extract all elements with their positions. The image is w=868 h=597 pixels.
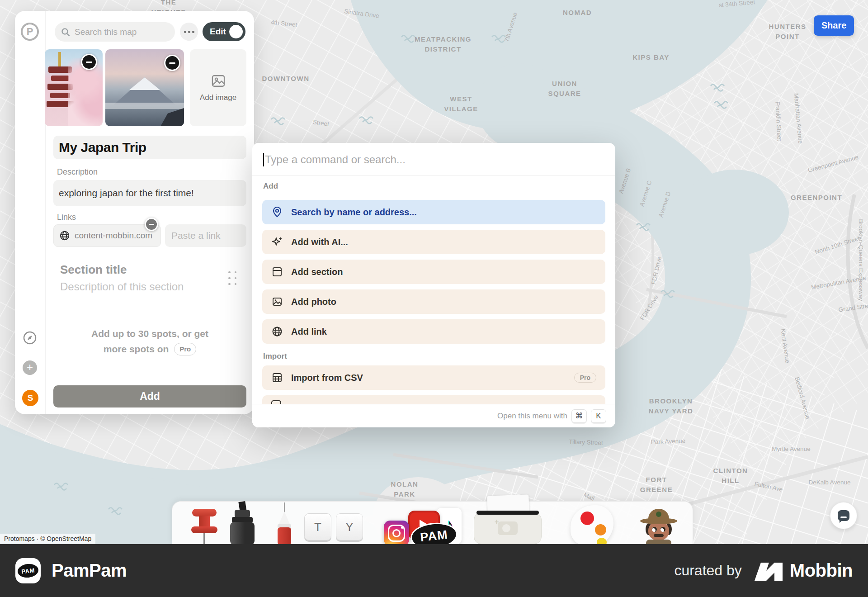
edit-toggle[interactable]: Edit — [203, 22, 245, 41]
map-attribution: Protomaps · © OpenStreetMap — [0, 534, 95, 544]
ranger-mustache — [654, 534, 664, 537]
foreground-roof — [160, 107, 184, 126]
ranger-eye-left — [652, 527, 657, 532]
paint-palette-icon[interactable] — [571, 505, 613, 547]
search-map-input[interactable]: Search this map — [55, 22, 175, 42]
map-street-label: Brooklyn-Queens Expressway — [858, 219, 864, 301]
command-palette: Type a command or search... Add Search b… — [252, 143, 615, 427]
link-chip[interactable]: content-mobbin.com — [53, 224, 161, 247]
palette-footer-text: Open this menu with — [497, 412, 567, 421]
section-description-input[interactable]: Description of this section — [60, 280, 184, 293]
remove-photo-button[interactable] — [164, 55, 180, 71]
map-title-text: My Japan Trip — [59, 140, 146, 155]
pro-badge[interactable]: Pro — [174, 343, 196, 355]
map-title-input[interactable]: My Japan Trip — [53, 136, 246, 159]
add-button[interactable]: Add — [53, 385, 246, 407]
palette-item-label: Search by name or address... — [291, 207, 417, 218]
drag-handle-icon[interactable] — [227, 270, 237, 286]
instagram-icon[interactable] — [384, 521, 409, 546]
remove-photo-button[interactable] — [81, 54, 97, 70]
command-input-placeholder: Type a command or search... — [265, 153, 406, 166]
palette-item-add-with-ai[interactable]: Add with AI... — [262, 230, 605, 254]
map-street-label: Tillary Street — [569, 438, 603, 446]
printer-plus-glyph: + — [495, 518, 500, 523]
ellipsis-icon — [184, 31, 194, 33]
map-editor-panel: P + S Search this map Edit Add image — [15, 11, 254, 414]
pagoda-roof — [50, 93, 70, 98]
palette-item-label: Add with AI... — [291, 237, 348, 247]
globe-icon — [271, 326, 283, 337]
map-district-label: UNION SQUARE — [548, 79, 581, 99]
keycap-t-label: T — [314, 520, 321, 534]
map-pin-icon — [271, 206, 283, 218]
section-layout-icon — [271, 266, 283, 278]
command-input[interactable]: Type a command or search... — [263, 153, 406, 166]
remove-link-button[interactable] — [145, 218, 158, 231]
search-icon — [61, 28, 70, 37]
printer-camera-lens — [502, 524, 510, 532]
ranger-face — [648, 521, 669, 540]
links-label: Links — [57, 213, 76, 222]
marker-icon[interactable] — [227, 502, 256, 545]
pushpin-icon[interactable] — [189, 504, 220, 545]
minus-icon — [169, 62, 175, 64]
palette-item-import-csv[interactable]: Import from CSV Pro — [262, 365, 605, 390]
spots-hint-line1: Add up to 30 spots, or get — [53, 326, 246, 341]
user-avatar[interactable]: S — [22, 390, 38, 406]
share-button[interactable]: Share — [814, 15, 854, 36]
paint-red-dot — [580, 512, 594, 525]
keycap-y-icon[interactable]: Y — [336, 513, 363, 540]
minus-icon — [149, 224, 154, 225]
pen-icon[interactable] — [273, 502, 296, 545]
keycap-t-icon[interactable]: T — [304, 513, 331, 540]
palette-item-label: Add link — [291, 327, 327, 337]
description-label: Description — [57, 167, 98, 177]
paste-link-placeholder: Paste a link — [171, 230, 221, 241]
spots-hint-line2: more spots on — [104, 344, 169, 354]
pro-badge: Pro — [574, 373, 596, 383]
paste-link-input[interactable]: Paste a link — [165, 224, 246, 247]
curated-by-text: curated by — [674, 562, 741, 579]
map-street-label: Park Avenue — [651, 437, 686, 445]
map-district-label: HUNTERS POINT — [769, 22, 806, 42]
ranger-eye-right — [660, 527, 665, 532]
map-district-label: MEATPACKING DISTRICT — [415, 34, 472, 54]
command-key: ⌘ — [571, 409, 587, 423]
map-district-label: WEST VILLAGE — [444, 94, 478, 114]
map-district-label: NOLAN PARK — [391, 479, 419, 499]
add-image-label: Add image — [200, 93, 236, 102]
map-district-label: GREENPOINT — [791, 193, 842, 203]
mobbin-logo-icon — [755, 561, 783, 581]
pampam-logo-icon[interactable]: P — [21, 23, 39, 41]
dock: T Y ♪ PAM + — [172, 501, 693, 545]
pampam-app-icon-label: PAM — [17, 563, 39, 578]
sparkles-icon — [271, 236, 283, 248]
section-title-input[interactable]: Section title — [60, 263, 127, 277]
pam-sticker-label: PAM — [420, 527, 448, 544]
search-placeholder: Search this map — [75, 27, 137, 37]
map-street-label: Myrtle Avenue — [772, 445, 810, 452]
palette-item-partial[interactable] — [262, 395, 605, 404]
brand-name: PamPam — [52, 560, 127, 581]
palette-item-add-photo[interactable]: Add photo — [262, 289, 605, 314]
chat-launcher-button[interactable] — [830, 502, 857, 529]
palette-item-add-link[interactable]: Add link — [262, 319, 605, 344]
add-spot-button[interactable]: + — [23, 360, 37, 375]
palette-item-add-section[interactable]: Add section — [262, 260, 605, 284]
ranger-hat-badge — [656, 512, 661, 517]
map-district-label: FORT GREENE — [640, 475, 673, 495]
globe-icon — [59, 230, 70, 241]
photo-printer-icon[interactable]: + — [474, 495, 542, 545]
park-ranger-emoji-icon[interactable] — [640, 504, 678, 546]
palette-item-label: Add photo — [291, 297, 336, 307]
compass-icon[interactable] — [23, 331, 37, 345]
partner-name: Mobbin — [790, 560, 853, 581]
avatar-initial: S — [28, 393, 33, 403]
side-rail: P + S — [15, 11, 46, 414]
description-input[interactable]: exploring japan for the first time! — [53, 180, 246, 206]
palette-item-search-address[interactable]: Search by name or address... — [262, 200, 605, 224]
add-image-button[interactable]: Add image — [190, 49, 246, 126]
photo-icon — [271, 296, 283, 308]
edit-toggle-label: Edit — [210, 27, 226, 37]
more-options-button[interactable] — [180, 23, 198, 41]
